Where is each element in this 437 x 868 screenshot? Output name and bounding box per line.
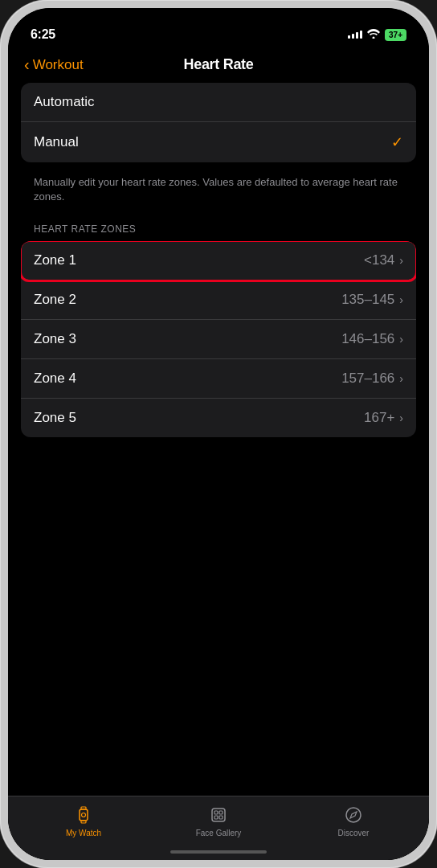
status-time: 6:25 bbox=[31, 27, 55, 42]
nav-header: ‹ Workout Heart Rate bbox=[8, 50, 429, 83]
zone-1-label: Zone 1 bbox=[34, 252, 76, 268]
svg-rect-5 bbox=[212, 809, 225, 821]
back-button[interactable]: ‹ Workout bbox=[24, 55, 84, 74]
face-gallery-icon bbox=[208, 805, 229, 825]
svg-point-10 bbox=[346, 808, 361, 822]
zone-5-right: 167+ › bbox=[364, 410, 403, 426]
dynamic-island bbox=[174, 18, 263, 40]
main-content: Automatic Manual ✓ Manually edit your he… bbox=[8, 83, 429, 796]
tab-discover[interactable]: Discover bbox=[286, 805, 421, 837]
svg-point-4 bbox=[82, 813, 86, 817]
mode-description: Manually edit your heart rate zones. Val… bbox=[21, 169, 416, 217]
zone-1-chevron-icon: › bbox=[399, 254, 403, 267]
back-label: Workout bbox=[33, 57, 84, 73]
zones-card-group: Zone 1 <134 › Zone 2 135–145 › bbox=[21, 241, 416, 437]
zone-3-row[interactable]: Zone 3 146–156 › bbox=[21, 320, 416, 359]
tab-my-watch[interactable]: My Watch bbox=[16, 805, 151, 837]
svg-rect-7 bbox=[219, 811, 223, 814]
zone-2-label: Zone 2 bbox=[34, 292, 76, 308]
mode-card-group: Automatic Manual ✓ bbox=[21, 83, 416, 162]
manual-row[interactable]: Manual ✓ bbox=[21, 122, 416, 162]
automatic-label: Automatic bbox=[34, 94, 95, 110]
my-watch-icon bbox=[73, 805, 94, 825]
zones-section-header: HEART RATE ZONES bbox=[21, 223, 416, 241]
my-watch-tab-label: My Watch bbox=[66, 829, 101, 837]
zone-4-chevron-icon: › bbox=[399, 372, 403, 385]
signal-bars-icon bbox=[348, 31, 362, 39]
zone-4-right: 157–166 › bbox=[341, 371, 403, 387]
phone-screen: 6:25 37+ bbox=[8, 8, 429, 860]
zone-5-label: Zone 5 bbox=[34, 410, 76, 426]
screen: 6:25 37+ bbox=[8, 8, 429, 860]
zone-2-row[interactable]: Zone 2 135–145 › bbox=[21, 280, 416, 320]
svg-rect-9 bbox=[219, 816, 223, 819]
automatic-row[interactable]: Automatic bbox=[21, 83, 416, 122]
zone-1-right: <134 › bbox=[364, 252, 403, 268]
battery-icon: 37+ bbox=[385, 29, 406, 41]
zone-1-value: <134 bbox=[364, 252, 394, 268]
zone-3-label: Zone 3 bbox=[34, 331, 76, 347]
zone-3-right: 146–156 › bbox=[341, 331, 403, 347]
zone-2-chevron-icon: › bbox=[399, 293, 403, 306]
zone-5-chevron-icon: › bbox=[399, 411, 403, 424]
svg-rect-3 bbox=[81, 821, 86, 823]
wifi-icon bbox=[367, 28, 380, 41]
manual-label: Manual bbox=[34, 134, 79, 150]
zone-4-value: 157–166 bbox=[341, 371, 394, 387]
face-gallery-tab-label: Face Gallery bbox=[196, 829, 242, 837]
zone-3-value: 146–156 bbox=[341, 331, 394, 347]
svg-rect-1 bbox=[80, 809, 88, 821]
svg-point-0 bbox=[373, 37, 375, 39]
status-icons: 37+ bbox=[348, 28, 406, 41]
discover-tab-label: Discover bbox=[338, 829, 370, 837]
discover-icon bbox=[343, 805, 364, 825]
svg-rect-2 bbox=[81, 807, 86, 809]
page-title: Heart Rate bbox=[183, 56, 253, 73]
zone-4-label: Zone 4 bbox=[34, 371, 76, 387]
home-indicator bbox=[170, 850, 267, 854]
zone-4-row[interactable]: Zone 4 157–166 › bbox=[21, 359, 416, 399]
phone-frame: 6:25 37+ bbox=[0, 0, 437, 868]
zone-3-chevron-icon: › bbox=[399, 333, 403, 346]
svg-rect-8 bbox=[214, 816, 218, 819]
back-chevron-icon: ‹ bbox=[24, 55, 30, 74]
zone-1-row[interactable]: Zone 1 <134 › bbox=[21, 241, 416, 280]
zone-5-row[interactable]: Zone 5 167+ › bbox=[21, 399, 416, 437]
svg-rect-6 bbox=[214, 811, 218, 814]
manual-checkmark-icon: ✓ bbox=[391, 133, 403, 151]
svg-marker-11 bbox=[350, 812, 357, 818]
zone-5-value: 167+ bbox=[364, 410, 394, 426]
zone-2-right: 135–145 › bbox=[341, 292, 403, 308]
zone-2-value: 135–145 bbox=[341, 292, 394, 308]
tab-face-gallery[interactable]: Face Gallery bbox=[151, 805, 286, 837]
